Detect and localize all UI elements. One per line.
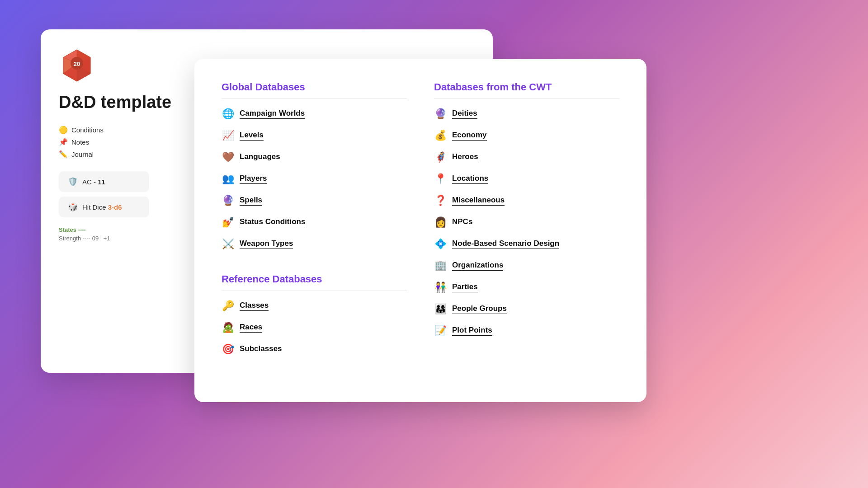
miscellaneous-label: Miscellaneous xyxy=(452,196,505,206)
organizations-label: Organizations xyxy=(452,261,503,271)
npcs-label: NPCs xyxy=(452,217,472,227)
item-spells[interactable]: 🔮 Spells xyxy=(222,195,407,206)
languages-label: Languages xyxy=(240,152,280,162)
status-conditions-label: Status Conditions xyxy=(240,217,305,227)
plot-points-label: Plot Points xyxy=(452,326,492,336)
economy-icon: 💰 xyxy=(434,130,447,141)
parties-icon: 👫 xyxy=(434,282,447,293)
classes-icon: 🔑 xyxy=(222,300,234,312)
spells-label: Spells xyxy=(240,196,262,206)
item-players[interactable]: 👥 Players xyxy=(222,173,407,185)
item-campaign-worlds[interactable]: 🌐 Campaign Worlds xyxy=(222,108,407,120)
item-races[interactable]: 🧟 Races xyxy=(222,322,407,333)
node-scenario-label: Node-Based Scenario Design xyxy=(452,239,559,249)
weapon-types-label: Weapon Types xyxy=(240,239,293,249)
people-groups-icon: 👨‍👩‍👧 xyxy=(434,303,447,315)
item-locations[interactable]: 📍 Locations xyxy=(434,173,619,185)
heroes-icon: 🦸 xyxy=(434,151,447,163)
campaign-worlds-label: Campaign Worlds xyxy=(240,109,305,119)
weapon-types-icon: ⚔️ xyxy=(222,238,234,250)
cwt-heading: Databases from the CWT xyxy=(434,81,619,93)
cwt-divider xyxy=(434,99,619,99)
item-node-scenario[interactable]: 💠 Node-Based Scenario Design xyxy=(434,238,619,250)
subclasses-icon: 🎯 xyxy=(222,343,234,355)
players-icon: 👥 xyxy=(222,173,234,185)
global-databases-heading: Global Databases xyxy=(222,81,407,93)
reference-databases-heading: Reference Databases xyxy=(222,273,407,285)
d20-icon: 20 xyxy=(59,47,95,84)
locations-icon: 📍 xyxy=(434,173,447,185)
reference-divider xyxy=(222,291,407,291)
item-levels[interactable]: 📈 Levels xyxy=(222,130,407,141)
item-classes[interactable]: 🔑 Classes xyxy=(222,300,407,312)
races-label: Races xyxy=(240,323,262,333)
stat-hit-dice: 🎲 Hit Dice 3-d6 xyxy=(59,197,149,217)
item-heroes[interactable]: 🦸 Heroes xyxy=(434,151,619,163)
languages-icon: 🤎 xyxy=(222,151,234,163)
item-languages[interactable]: 🤎 Languages xyxy=(222,151,407,163)
miscellaneous-icon: ❓ xyxy=(434,195,447,206)
item-deities[interactable]: 🔮 Deities xyxy=(434,108,619,120)
front-panel: Global Databases 🌐 Campaign Worlds 📈 Lev… xyxy=(194,59,646,402)
item-miscellaneous[interactable]: ❓ Miscellaneous xyxy=(434,195,619,206)
campaign-worlds-icon: 🌐 xyxy=(222,108,234,120)
item-organizations[interactable]: 🏢 Organizations xyxy=(434,260,619,272)
item-plot-points[interactable]: 📝 Plot Points xyxy=(434,325,619,337)
economy-label: Economy xyxy=(452,131,487,141)
locations-label: Locations xyxy=(452,174,488,184)
players-label: Players xyxy=(240,174,267,184)
status-conditions-icon: 💅 xyxy=(222,216,234,228)
item-subclasses[interactable]: 🎯 Subclasses xyxy=(222,343,407,355)
global-divider xyxy=(222,99,407,99)
levels-icon: 📈 xyxy=(222,130,234,141)
deities-label: Deities xyxy=(452,109,477,119)
deities-icon: 🔮 xyxy=(434,108,447,120)
heroes-label: Heroes xyxy=(452,152,478,162)
organizations-icon: 🏢 xyxy=(434,260,447,272)
svg-text:20: 20 xyxy=(74,61,80,67)
item-status-conditions[interactable]: 💅 Status Conditions xyxy=(222,216,407,228)
plot-points-icon: 📝 xyxy=(434,325,447,337)
parties-label: Parties xyxy=(452,282,478,292)
subclasses-label: Subclasses xyxy=(240,344,282,354)
spells-icon: 🔮 xyxy=(222,195,234,206)
levels-label: Levels xyxy=(240,131,264,141)
item-people-groups[interactable]: 👨‍👩‍👧 People Groups xyxy=(434,303,619,315)
right-column: Databases from the CWT 🔮 Deities 💰 Econo… xyxy=(434,81,619,380)
item-npcs[interactable]: 👩 NPCs xyxy=(434,216,619,228)
node-scenario-icon: 💠 xyxy=(434,238,447,250)
races-icon: 🧟 xyxy=(222,322,234,333)
npcs-icon: 👩 xyxy=(434,216,447,228)
item-weapon-types[interactable]: ⚔️ Weapon Types xyxy=(222,238,407,250)
stat-ac: 🛡️ AC - 11 xyxy=(59,171,149,192)
left-column: Global Databases 🌐 Campaign Worlds 📈 Lev… xyxy=(222,81,407,380)
item-economy[interactable]: 💰 Economy xyxy=(434,130,619,141)
classes-label: Classes xyxy=(240,301,269,311)
people-groups-label: People Groups xyxy=(452,304,507,314)
item-parties[interactable]: 👫 Parties xyxy=(434,282,619,293)
